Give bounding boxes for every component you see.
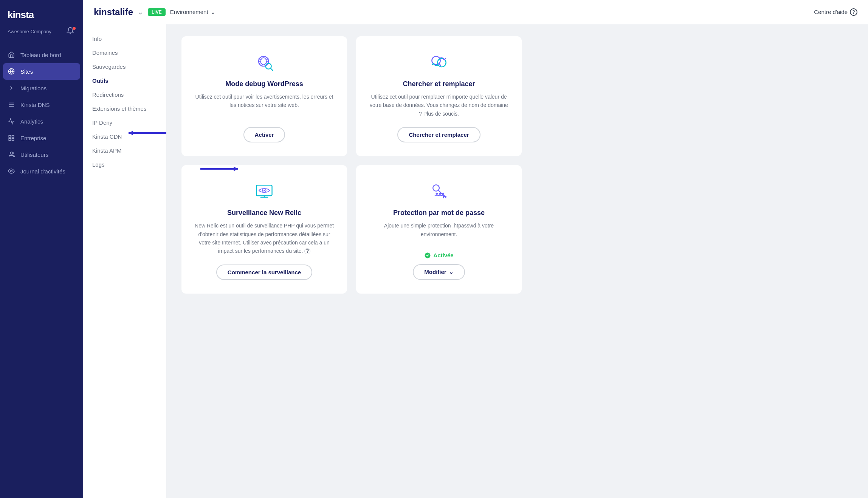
migrations-icon [8,84,15,92]
sub-nav-logs[interactable]: Logs [83,158,166,172]
notifications-bell[interactable] [67,27,76,36]
svg-line-23 [439,63,441,66]
sub-nav-redirections[interactable]: Redirections [83,88,166,102]
analytics-icon [8,118,15,125]
dns-icon [8,101,15,108]
users-icon [8,151,15,158]
modify-chevron: ⌄ [449,269,454,275]
home-icon [8,51,15,59]
sub-sidebar: Info Domaines Sauvegardes Outils Redirec… [83,24,166,498]
logo-text: kinsta [8,9,76,21]
search-replace-icon [427,50,451,74]
svg-point-12 [261,58,267,65]
sub-nav-domaines[interactable]: Domaines [83,46,166,60]
env-chevron: ⌄ [211,9,215,15]
site-dropdown-chevron[interactable]: ⌄ [138,8,143,16]
arrow-to-outils [166,128,170,139]
journal-icon [8,167,15,175]
sites-icon [8,68,15,75]
notification-dot [73,27,76,30]
password-title: Protection par mot de passe [393,209,485,217]
sidebar-item-sites[interactable]: Sites [3,63,80,80]
password-status: Activée [424,252,453,259]
search-replace-title: Chercher et remplacer [403,80,475,88]
tools-grid: Mode debug WordPress Utilisez cet outil … [181,36,522,294]
sub-nav-info[interactable]: Info [83,32,166,46]
svg-point-10 [11,170,12,172]
svg-point-34 [439,193,441,195]
sub-nav-outils[interactable]: Outils [83,74,166,88]
svg-rect-7 [12,139,14,141]
password-icon [427,179,451,203]
help-label: Centre d'aide [814,9,848,15]
modify-password-button[interactable]: Modifier ⌄ [413,264,465,280]
sidebar-item-label-analytics: Analytics [20,118,43,125]
live-badge: LIVE [148,8,166,16]
password-description: Ajoute une simple protection .htpasswd à… [368,221,510,243]
debug-description: Utilisez cet outil pour voir les avertis… [194,93,335,118]
env-label: Environnement [170,9,208,15]
sidebar-item-label-migrations: Migrations [20,85,46,91]
sub-nav-kinsta-apm[interactable]: Kinsta APM [83,144,166,158]
svg-rect-6 [12,135,14,137]
search-replace-button[interactable]: Chercher et remplacer [397,127,480,142]
sidebar-item-analytics[interactable]: Analytics [0,113,83,130]
sidebar-item-tableau[interactable]: Tableau de bord [0,46,83,63]
sidebar-item-utilisateurs[interactable]: Utilisateurs [0,146,83,163]
env-selector[interactable]: Environnement ⌄ [170,9,215,15]
svg-line-20 [271,68,273,71]
search-replace-card: Chercher et remplacer Utilisez cet outil… [356,36,522,156]
sidebar-item-journal[interactable]: Journal d'activités [0,163,83,179]
topbar: kinstalife ⌄ LIVE Environnement ⌄ Centre… [83,0,868,24]
svg-point-33 [436,193,438,195]
content-area: Info Domaines Sauvegardes Outils Redirec… [83,24,868,498]
sidebar-item-label-dns: Kinsta DNS [20,102,50,108]
svg-point-35 [442,193,444,195]
svg-point-9 [10,152,12,154]
activate-debug-button[interactable]: Activer [243,127,285,142]
search-replace-description: Utilisez cet outil pour remplacer n'impo… [368,93,510,118]
main-nav: Tableau de bord Sites Migrations [0,43,83,498]
sidebar-item-migrations[interactable]: Migrations [0,80,83,96]
debug-title: Mode debug WordPress [225,80,303,88]
sub-nav-kinsta-cdn[interactable]: Kinsta CDN [83,130,166,144]
logo-area: kinsta [0,0,83,25]
sidebar-item-label-sites: Sites [20,68,33,75]
sub-nav-ip-deny[interactable]: IP Deny [83,116,166,130]
debug-icon [252,50,276,74]
sub-nav-extensions[interactable]: Extensions et thèmes [83,102,166,116]
site-name: kinstalife [94,7,133,17]
main-area: kinstalife ⌄ LIVE Environnement ⌄ Centre… [83,0,868,498]
sidebar-item-label-tableau: Tableau de bord [20,52,61,58]
help-button[interactable]: Centre d'aide ? [814,8,857,16]
company-name: Awesome Company [8,29,51,34]
surveillance-icon [252,179,276,203]
svg-point-28 [264,190,265,191]
help-icon: ? [850,8,857,16]
sidebar: kinsta Awesome Company Tableau de bord [0,0,83,498]
password-status-label: Activée [433,252,453,258]
debug-card: Mode debug WordPress Utilisez cet outil … [181,36,347,156]
svg-rect-8 [9,139,11,141]
surveillance-title: Surveillance New Relic [227,209,301,217]
sub-nav-sauvegardes[interactable]: Sauvegardes [83,60,166,74]
sidebar-item-entreprise[interactable]: Entreprise [0,130,83,146]
surveillance-card: Surveillance New Relic New Relic est un … [181,165,347,294]
password-card: Protection par mot de passe Ajoute une s… [356,165,522,294]
sidebar-item-label-journal: Journal d'activités [20,168,65,175]
tools-content: Mode debug WordPress Utilisez cet outil … [166,24,868,498]
sidebar-item-label-entreprise: Entreprise [20,135,46,141]
entreprise-icon [8,134,15,142]
sidebar-item-dns[interactable]: Kinsta DNS [0,96,83,113]
sidebar-item-label-utilisateurs: Utilisateurs [20,152,48,158]
modify-label: Modifier [424,269,446,275]
start-surveillance-button[interactable]: Commencer la surveillance [216,264,312,280]
svg-rect-5 [9,135,11,137]
surveillance-description: New Relic est un outil de surveillance P… [194,221,335,255]
company-row: Awesome Company [0,25,83,43]
